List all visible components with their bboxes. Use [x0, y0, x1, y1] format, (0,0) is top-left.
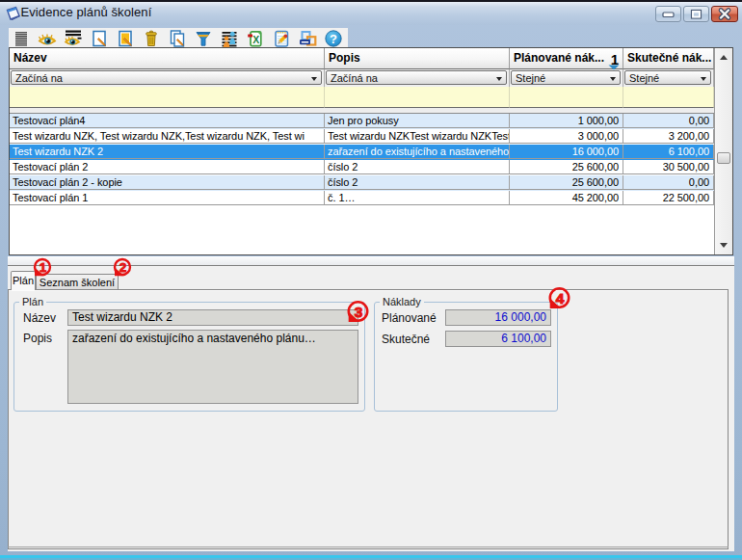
svg-text:?: ?: [330, 32, 337, 46]
svg-text:X: X: [252, 34, 259, 45]
